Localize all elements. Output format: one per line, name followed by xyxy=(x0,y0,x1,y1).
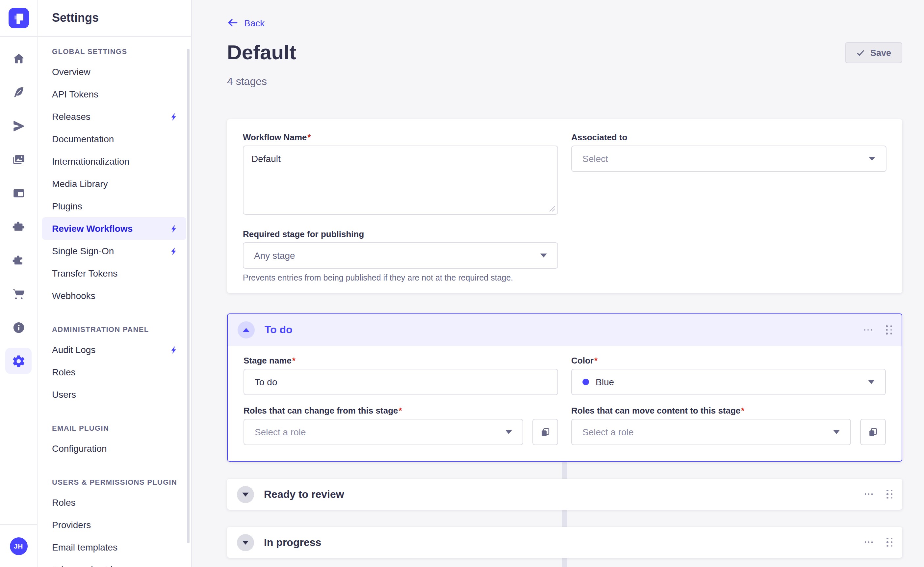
section-email-plugin: EMAIL PLUGIN Configuration xyxy=(38,423,191,460)
cart-icon[interactable] xyxy=(5,281,32,307)
roles-change-select[interactable]: Select a role xyxy=(243,419,523,445)
roles-move-field: Roles that can move content to this stag… xyxy=(571,406,886,445)
section-users-permissions-plugin: USERS & PERMISSIONS PLUGIN Roles Provide… xyxy=(38,477,191,567)
workflow-form-card: Workflow Name* Default Associated to Sel… xyxy=(227,119,902,293)
resize-grip-icon[interactable] xyxy=(549,206,555,212)
sidebar-item-up-roles[interactable]: Roles xyxy=(42,491,186,514)
sidebar-item-email-templates[interactable]: Email templates xyxy=(42,536,186,558)
workflow-name-field: Workflow Name* Default xyxy=(243,132,558,215)
stage-actions xyxy=(864,490,892,499)
roles-move-select[interactable]: Select a role xyxy=(571,419,851,445)
settings-gear-icon[interactable] xyxy=(5,348,32,374)
main-content: Back Default Save 4 stages Workflow Name… xyxy=(192,0,924,567)
more-options-icon[interactable] xyxy=(864,329,872,331)
collapse-stage-button[interactable] xyxy=(238,321,255,338)
sidebar-item-overview[interactable]: Overview xyxy=(42,60,186,83)
sidebar-item-users[interactable]: Users xyxy=(42,383,186,406)
roles-change-field: Roles that can change from this stage* S… xyxy=(243,406,558,445)
required-stage-hint: Prevents entries from being published if… xyxy=(243,273,558,283)
drag-handle-icon[interactable] xyxy=(886,538,892,547)
sidebar-item-configuration[interactable]: Configuration xyxy=(42,437,186,460)
save-button[interactable]: Save xyxy=(845,42,902,63)
required-stage-label: Required stage for publishing xyxy=(243,229,558,239)
sidebar-item-api-tokens[interactable]: API Tokens xyxy=(42,83,186,105)
sidebar-item-review-workflows[interactable]: Review Workflows xyxy=(42,217,186,240)
duplicate-roles-button[interactable] xyxy=(532,419,558,445)
section-global-settings: GLOBAL SETTINGS Overview API Tokens Rele… xyxy=(38,46,191,307)
workflow-name-input[interactable]: Default xyxy=(243,146,558,215)
layout-icon[interactable] xyxy=(5,180,32,206)
media-library-icon[interactable] xyxy=(5,146,32,173)
stage-actions xyxy=(864,326,892,335)
section-label: GLOBAL SETTINGS xyxy=(38,46,191,57)
app-screen: JH Settings GLOBAL SETTINGS Overview API… xyxy=(0,0,924,567)
stage-card-ready-to-review[interactable]: Ready to review xyxy=(227,479,902,510)
stage-header-to-do[interactable]: To do xyxy=(228,314,902,346)
user-avatar[interactable]: JH xyxy=(9,537,27,555)
chevron-up-icon xyxy=(243,328,249,332)
lightning-icon xyxy=(170,246,178,256)
sidebar-scrollbar[interactable] xyxy=(187,49,189,543)
section-label: USERS & PERMISSIONS PLUGIN xyxy=(38,477,191,487)
chevron-down-icon xyxy=(506,430,512,434)
chevron-down-icon xyxy=(868,380,874,384)
sidebar-item-advanced-settings[interactable]: Advanced settings xyxy=(42,558,186,567)
stage-name-field: Stage name* To do xyxy=(243,356,558,395)
duplicate-roles-button[interactable] xyxy=(860,419,886,445)
drag-handle-icon[interactable] xyxy=(886,326,892,335)
rail-icon-list xyxy=(0,37,37,374)
sidebar-item-providers[interactable]: Providers xyxy=(42,514,186,536)
sidebar-item-admin-roles[interactable]: Roles xyxy=(42,361,186,383)
stage-title: Ready to review xyxy=(264,488,344,500)
sidebar-item-internationalization[interactable]: Internationalization xyxy=(42,150,186,173)
sidebar-list: GLOBAL SETTINGS Overview API Tokens Rele… xyxy=(38,37,191,567)
strapi-logo-icon[interactable] xyxy=(8,8,28,28)
required-stage-select[interactable]: Any stage xyxy=(243,242,558,269)
chevron-down-icon xyxy=(869,157,875,161)
settings-sidebar: Settings GLOBAL SETTINGS Overview API To… xyxy=(38,0,192,567)
associated-to-label: Associated to xyxy=(571,132,886,142)
stage-title: In progress xyxy=(264,536,321,548)
stage-card-to-do: To do Stage name* To do xyxy=(227,313,902,462)
associated-to-select[interactable]: Select xyxy=(571,146,886,172)
info-icon[interactable] xyxy=(5,314,32,340)
sidebar-item-documentation[interactable]: Documentation xyxy=(42,128,186,150)
copy-icon xyxy=(868,427,878,437)
stage-title: To do xyxy=(265,324,292,336)
stage-color-label: Color* xyxy=(571,356,886,365)
puzzle-alt-icon[interactable] xyxy=(5,247,32,273)
page-title: Default xyxy=(227,40,296,65)
sidebar-item-single-sign-on[interactable]: Single Sign-On xyxy=(42,240,186,262)
stage-color-select[interactable]: Blue xyxy=(571,369,886,395)
roles-change-label: Roles that can change from this stage* xyxy=(243,406,558,415)
stage-card-in-progress[interactable]: In progress xyxy=(227,527,902,558)
stage-name-input[interactable]: To do xyxy=(243,369,558,395)
sidebar-item-releases[interactable]: Releases xyxy=(42,105,186,128)
required-asterisk: * xyxy=(594,356,598,365)
chevron-down-icon xyxy=(833,430,840,434)
required-asterisk: * xyxy=(308,132,311,142)
feather-icon[interactable] xyxy=(5,79,32,105)
stages-list: To do Stage name* To do xyxy=(227,313,902,558)
back-link[interactable]: Back xyxy=(227,17,265,28)
expand-stage-button[interactable] xyxy=(237,534,254,551)
required-asterisk: * xyxy=(741,406,744,415)
required-stage-field: Required stage for publishing Any stage … xyxy=(243,229,558,283)
more-options-icon[interactable] xyxy=(864,541,873,543)
sidebar-item-audit-logs[interactable]: Audit Logs xyxy=(42,338,186,361)
sidebar-item-plugins[interactable]: Plugins xyxy=(42,195,186,217)
home-icon[interactable] xyxy=(5,45,32,72)
check-icon xyxy=(856,48,865,57)
section-label: EMAIL PLUGIN xyxy=(38,423,191,433)
more-options-icon[interactable] xyxy=(864,493,873,495)
paper-plane-icon[interactable] xyxy=(5,113,32,139)
stage-actions xyxy=(864,538,892,547)
sidebar-item-webhooks[interactable]: Webhooks xyxy=(42,284,186,307)
sidebar-item-transfer-tokens[interactable]: Transfer Tokens xyxy=(42,262,186,284)
expand-stage-button[interactable] xyxy=(237,486,254,503)
drag-handle-icon[interactable] xyxy=(886,490,892,499)
copy-icon xyxy=(540,427,550,437)
sidebar-item-media-library[interactable]: Media Library xyxy=(42,173,186,195)
puzzle-icon[interactable] xyxy=(5,214,32,240)
color-swatch-blue xyxy=(582,379,589,385)
